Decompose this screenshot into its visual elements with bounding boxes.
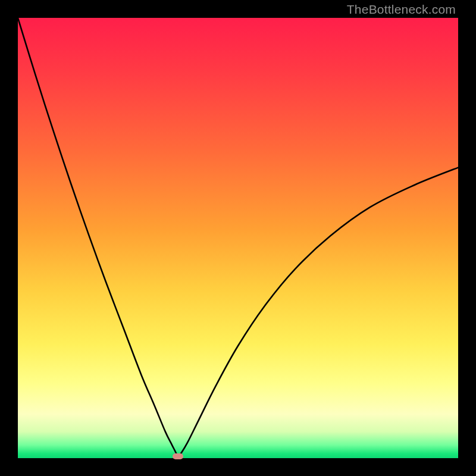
plot-area bbox=[18, 18, 458, 458]
minimum-marker bbox=[173, 453, 183, 459]
chart-frame: TheBottleneck.com bbox=[0, 0, 476, 476]
watermark-text: TheBottleneck.com bbox=[347, 2, 456, 17]
bottleneck-curve bbox=[18, 18, 458, 458]
curve-svg bbox=[18, 18, 458, 458]
